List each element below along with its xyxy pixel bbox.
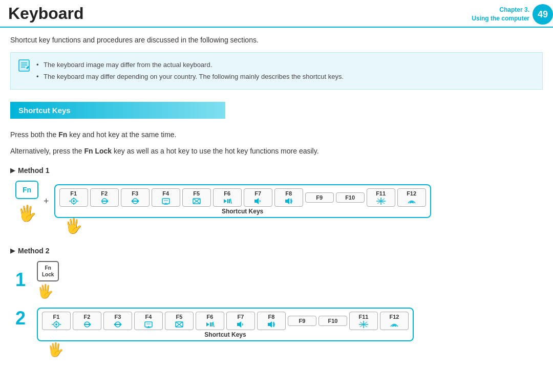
body-text-2: Alternatively, press the Fn Lock key as … bbox=[10, 145, 543, 157]
fkeys-row-1: F1 F2 bbox=[54, 184, 431, 218]
step2-fkeys-area: 🖐 F1 bbox=[37, 308, 414, 341]
note-box: The keyboard image may differ from the a… bbox=[10, 52, 543, 90]
fkeys-row-2: F1 F2 bbox=[37, 308, 414, 341]
f4-key-2: F4 bbox=[134, 312, 163, 330]
f4-key: F4 bbox=[152, 188, 180, 207]
page-header: Keyboard Chapter 3. Using the computer 4… bbox=[0, 0, 553, 28]
f1-key: F1 bbox=[59, 188, 88, 207]
svg-marker-32 bbox=[285, 198, 289, 204]
plus-sign: + bbox=[44, 196, 49, 207]
f11-key-2: F11 bbox=[349, 312, 378, 330]
svg-marker-65 bbox=[268, 321, 272, 328]
svg-line-30 bbox=[230, 199, 231, 204]
svg-marker-31 bbox=[254, 198, 259, 204]
f4-icon bbox=[161, 198, 171, 205]
f7-icon-2 bbox=[236, 321, 245, 328]
chapter-text: Chapter 3. Using the computer bbox=[472, 6, 533, 23]
step1-row: 1 Fn Lock 🖐 bbox=[15, 261, 543, 299]
f1-icon-2 bbox=[52, 321, 61, 328]
f8-key-2: F8 bbox=[257, 312, 286, 330]
f12-icon-2 bbox=[390, 321, 399, 328]
fnlock-key-area: Fn Lock 🖐 bbox=[37, 261, 59, 299]
page-number: 49 bbox=[533, 4, 553, 25]
f8-key: F8 bbox=[274, 188, 303, 207]
f12-key-2: F12 bbox=[380, 312, 409, 330]
f6-icon bbox=[223, 198, 232, 205]
f5-icon-2 bbox=[175, 321, 184, 328]
f6-key: F6 bbox=[213, 188, 242, 207]
f5-key-2: F5 bbox=[165, 312, 194, 330]
f10-key: F10 bbox=[336, 192, 365, 203]
hand-cursor-fn: 🖐 bbox=[65, 217, 82, 234]
f8-icon bbox=[284, 198, 293, 205]
f1-key-2: F1 bbox=[42, 312, 71, 330]
svg-rect-29 bbox=[229, 199, 230, 203]
svg-rect-61 bbox=[210, 322, 211, 326]
f2-icon bbox=[100, 198, 109, 205]
f1-icon bbox=[69, 198, 78, 205]
f6-key-2: F6 bbox=[196, 312, 224, 330]
note-item-2: The keyboard may differ depending on you… bbox=[36, 71, 534, 82]
f9-key: F9 bbox=[305, 192, 334, 203]
section-header: Shortcut Keys bbox=[10, 102, 225, 119]
step1-number: 1 bbox=[15, 269, 31, 291]
f2-key-2: F2 bbox=[73, 312, 101, 330]
svg-rect-28 bbox=[227, 199, 228, 203]
f12-icon bbox=[407, 198, 416, 205]
f3-key-2: F3 bbox=[103, 312, 132, 330]
main-content: Shortcut key functions and procedures ar… bbox=[0, 36, 553, 360]
f4-icon-2 bbox=[144, 321, 153, 328]
svg-rect-62 bbox=[211, 322, 212, 326]
f2-icon-2 bbox=[82, 321, 92, 328]
hand-cursor-fnlock: 🖐 bbox=[37, 284, 59, 299]
method1-heading: Method 1 bbox=[10, 166, 543, 175]
step2-row: 2 🖐 F1 bbox=[15, 308, 543, 341]
svg-point-38 bbox=[55, 323, 57, 325]
f7-key: F7 bbox=[244, 188, 272, 207]
f3-key: F3 bbox=[121, 188, 150, 207]
method2-area: 1 Fn Lock 🖐 2 🖐 F1 bbox=[10, 261, 543, 341]
note-item-1: The keyboard image may differ from the a… bbox=[36, 59, 534, 71]
shortcut-keys-label-2: Shortcut Keys bbox=[204, 331, 246, 338]
shortcut-keys-label-1: Shortcut Keys bbox=[222, 208, 263, 215]
intro-text: Shortcut key functions and procedures ar… bbox=[10, 36, 543, 44]
svg-marker-60 bbox=[206, 322, 209, 326]
fn-key-area: Fn 🖐 bbox=[15, 181, 38, 222]
f8-icon-2 bbox=[267, 321, 276, 328]
svg-point-5 bbox=[73, 200, 75, 202]
svg-rect-0 bbox=[19, 60, 29, 71]
method1-keyboard-area: Fn 🖐 + 🖐 F1 bbox=[10, 181, 543, 222]
fkeys-with-hand: 🖐 F1 F2 bbox=[54, 184, 431, 218]
chapter-info: Chapter 3. Using the computer 49 bbox=[472, 4, 553, 25]
method2-heading: Method 2 bbox=[10, 247, 543, 255]
hand-cursor-step2: 🖐 bbox=[47, 342, 63, 358]
f12-key: F12 bbox=[397, 188, 426, 207]
note-icon bbox=[17, 58, 31, 72]
f3-icon bbox=[131, 198, 140, 205]
note-list: The keyboard image may differ from the a… bbox=[36, 59, 534, 83]
f7-icon bbox=[253, 198, 263, 205]
fnlock-key: Fn Lock bbox=[37, 261, 59, 281]
f2-key: F2 bbox=[90, 188, 119, 207]
svg-marker-27 bbox=[224, 199, 227, 203]
f11-icon bbox=[376, 198, 386, 205]
fn-key: Fn bbox=[15, 181, 38, 199]
f7-key-2: F7 bbox=[226, 312, 255, 330]
step2-number: 2 bbox=[15, 308, 31, 329]
f6-icon-2 bbox=[205, 321, 215, 328]
f11-icon-2 bbox=[359, 321, 368, 328]
f5-key: F5 bbox=[182, 188, 211, 207]
body-text-1: Press both the Fn key and hot key at the… bbox=[10, 129, 543, 140]
svg-marker-64 bbox=[237, 321, 241, 328]
svg-line-63 bbox=[213, 322, 214, 327]
f11-key: F11 bbox=[367, 188, 395, 207]
hand-cursor-1: 🖐 bbox=[17, 204, 36, 222]
f3-icon-2 bbox=[113, 321, 122, 328]
f5-icon bbox=[192, 198, 201, 205]
page-title: Keyboard bbox=[0, 4, 472, 25]
f9-key-2: F9 bbox=[288, 316, 316, 326]
f10-key-2: F10 bbox=[318, 316, 347, 326]
